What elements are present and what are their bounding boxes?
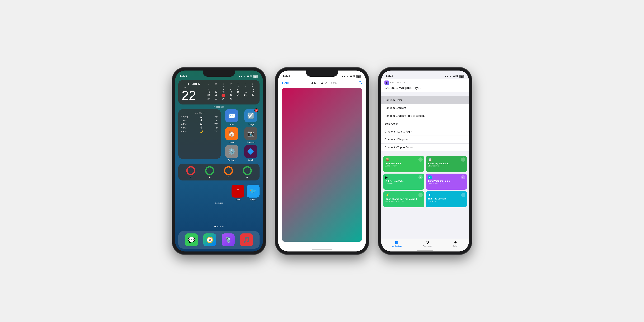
tab-bar-3: ▦ My Shortcuts ⏱ Automation ◈ Gallery: [381, 238, 469, 252]
phone-3-screen: 11:28 ▲▲▲ WiFi ▓▓▓ ◈ WALLCREATOR Choose …: [381, 70, 469, 252]
gradient-colors-title: #C60D54 , #0CAA97: [310, 82, 338, 85]
safari-icon: 🧭: [203, 234, 216, 246]
shortcut-send-vacuum[interactable]: N Send Vacuum Home Send to base (Junior)…: [426, 174, 467, 190]
tesla-icon: T: [232, 185, 244, 198]
phone-3: 11:28 ▲▲▲ WiFi ▓▓▓ ◈ WALLCREATOR Choose …: [378, 68, 472, 254]
gradient-preview-image: [282, 88, 362, 242]
menu-random-gradient[interactable]: Random Gradient: [381, 104, 469, 112]
charge-port-subtitle: Opened charge port for...: [386, 200, 422, 202]
menu-gradient-diagonal[interactable]: Gradient - Diagonal: [381, 136, 469, 144]
status-icons: ▲▲▲ WiFi ▓▓▓: [238, 75, 258, 78]
batteries-widget[interactable]: 📱 ⌚: [178, 164, 260, 180]
calendar-widget[interactable]: SEPTEMBER TUE 22 SMTWTFS 12345 678910111…: [178, 80, 260, 104]
svg-point-1: [187, 167, 195, 174]
app-tesla[interactable]: T Tesla: [232, 185, 244, 201]
menu-random-gradient-top-bottom[interactable]: Random Gradient (Top to Bottom): [381, 112, 469, 120]
status-time-2: 11:28: [283, 74, 290, 78]
app-settings[interactable]: ⚙️ Settings: [223, 145, 240, 161]
battery-watch: ⌚: [205, 166, 214, 178]
shortcut-add-delivery[interactable]: 📦 Add a delivery Add a delivery ···: [383, 156, 424, 172]
full-screen-video-more[interactable]: ···: [418, 175, 422, 179]
page-dots: [175, 226, 263, 227]
battery-phone: 📱: [186, 166, 196, 178]
music-icon: 🎵: [240, 234, 253, 246]
dot-3: [220, 226, 221, 227]
messages-icon: 💬: [185, 234, 198, 246]
show-deliveries-icon: 📋: [428, 158, 465, 162]
dock-safari[interactable]: 🧭: [203, 234, 216, 246]
app-home[interactable]: 🏠 Home: [223, 127, 240, 144]
twitter-icon: 🐦: [247, 185, 260, 198]
tab-my-shortcuts[interactable]: ▦ My Shortcuts: [392, 240, 402, 247]
phone-1: 11:29 ▲▲▲ WiFi ▓▓▓ SEPTEMBER TUE 22: [172, 68, 266, 254]
weather-row-1: 12 PM 🌤 70°: [181, 115, 218, 119]
shortcut-full-screen-video[interactable]: ▶ Full Screen Video 2 actions ···: [383, 174, 424, 190]
status-time-3: 11:28: [386, 74, 393, 78]
nav-bar-2: Done #C60D54 , #0CAA97: [278, 78, 366, 88]
battery-ring-headphones: [224, 166, 233, 176]
dock-messages[interactable]: 💬: [185, 234, 198, 246]
wallpaper-type-menu: Random Color Random Gradient Random Grad…: [381, 96, 469, 151]
home-indicator-2: [312, 249, 332, 250]
wallcreator-header: ◈ WALLCREATOR Choose a Wallpaper Type: [381, 78, 469, 92]
run-vacuum-title: Run The Vacuum: [428, 198, 465, 200]
battery-icon-2: ▓▓▓: [356, 75, 361, 78]
settings-icon: ⚙️: [225, 145, 238, 158]
automation-label: Automation: [423, 245, 432, 247]
menu-random-color[interactable]: Random Color: [381, 96, 469, 104]
dock-music[interactable]: 🎵: [240, 234, 253, 246]
cal-day: 22: [182, 89, 202, 102]
run-vacuum-subtitle: Run Clean: [428, 200, 465, 202]
show-deliveries-subtitle: Show deliveries: [428, 165, 465, 167]
tesla-twitter-row: T Tesla 🐦 Twitter: [178, 185, 260, 201]
app-things[interactable]: ☑️5 Things: [242, 109, 260, 126]
battery-ring-keyboard: [242, 166, 252, 176]
weather-widget[interactable]: CARROT° 12 PM 🌤 70° 2 PM 🌤 72° 4 PM: [178, 109, 221, 159]
menu-gradient-left-right[interactable]: Gradient - Left to Right: [381, 128, 469, 136]
add-delivery-title: Add a delivery: [386, 162, 422, 165]
shortcuts-grid: 📦 Add a delivery Add a delivery ··· 📋 Sh…: [383, 156, 467, 207]
run-vacuum-more[interactable]: ···: [461, 193, 465, 197]
dock-podcasts[interactable]: 🎙️: [222, 234, 234, 246]
charge-port-more[interactable]: ···: [418, 193, 422, 197]
menu-solid-color[interactable]: Solid Color: [381, 120, 469, 128]
status-icons-2: ▲▲▲ WiFi ▓▓▓: [341, 75, 361, 78]
send-vacuum-subtitle: Send to base (Junior): [428, 182, 465, 184]
wc-app-row: ◈ WALLCREATOR: [384, 80, 466, 85]
app-mail[interactable]: ✉️ Mail: [223, 109, 240, 126]
add-delivery-subtitle: Add a delivery: [386, 165, 422, 167]
status-time: 11:29: [180, 74, 187, 78]
weather-row-2: 2 PM 🌤 72°: [181, 119, 218, 122]
my-shortcuts-icon: ▦: [395, 240, 398, 244]
battery-ring-phone: [186, 166, 196, 176]
shortcut-charge-port[interactable]: ⚡ Open charge port for Model 3 Opened ch…: [383, 191, 424, 207]
app-slack[interactable]: 🔷 Slack: [242, 145, 260, 161]
tab-automation[interactable]: ⏱ Automation: [423, 240, 432, 247]
shortcut-run-vacuum[interactable]: N Run The Vacuum Run Clean ···: [426, 191, 467, 207]
status-icons-3: ▲▲▲ WiFi ▓▓▓: [444, 75, 464, 78]
signal-icon-3: ▲▲▲: [444, 75, 452, 78]
app-camera[interactable]: 📷 Camera: [242, 127, 260, 144]
dot-1: [214, 226, 216, 227]
svg-point-3: [206, 167, 214, 174]
wifi-icon-3: WiFi: [453, 75, 458, 78]
camera-icon: 📷: [244, 127, 257, 140]
add-delivery-more[interactable]: ···: [418, 158, 422, 162]
app-twitter[interactable]: 🐦 Twitter: [247, 185, 260, 201]
widgetsmith-label: Widgetsmith: [178, 106, 260, 108]
phone-2: 11:28 ▲▲▲ WiFi ▓▓▓ Done #C60D54 , #0CAA9…: [275, 68, 369, 254]
send-vacuum-more[interactable]: ···: [461, 175, 465, 179]
svg-point-7: [244, 167, 251, 174]
wifi-icon: WiFi: [247, 75, 252, 78]
gradient-preview-screen: 11:28 ▲▲▲ WiFi ▓▓▓ Done #C60D54 , #0CAA9…: [278, 70, 366, 252]
battery-ring-watch: [205, 166, 214, 176]
weather-apps-row: CARROT° 12 PM 🌤 70° 2 PM 🌤 72° 4 PM: [178, 109, 260, 161]
home-screen: 11:29 ▲▲▲ WiFi ▓▓▓ SEPTEMBER TUE 22: [175, 70, 263, 252]
done-button[interactable]: Done: [282, 81, 290, 85]
share-button[interactable]: [358, 81, 362, 85]
show-deliveries-more[interactable]: ···: [461, 158, 465, 162]
menu-gradient-top-bottom[interactable]: Gradient - Top to Bottom: [381, 144, 469, 151]
shortcut-show-deliveries[interactable]: 📋 Show my deliveries Show deliveries ···: [426, 156, 467, 172]
apps-batteries-row: 📱 ⌚: [178, 164, 260, 183]
tab-gallery[interactable]: ◈ Gallery: [453, 240, 458, 247]
